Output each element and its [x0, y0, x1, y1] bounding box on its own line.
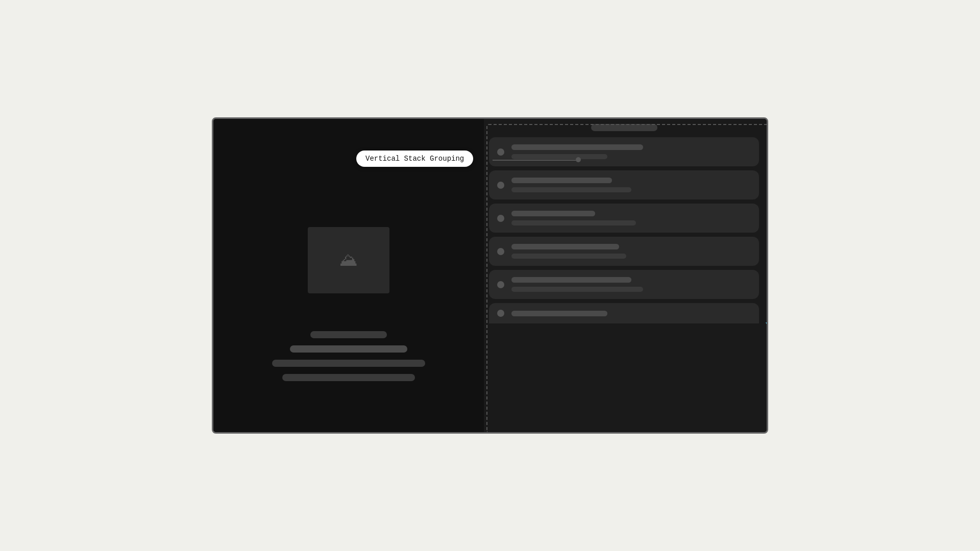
item-bar-bottom: [511, 254, 626, 259]
item-dot: [497, 310, 504, 317]
tooltip-connector-line: [493, 160, 577, 161]
image-icon: ⛰: [339, 249, 358, 271]
right-panel: [484, 119, 767, 432]
list-item: [489, 204, 759, 233]
image-placeholder: ⛰: [308, 227, 389, 293]
list-item: [489, 170, 759, 199]
bar-long2: [282, 374, 415, 381]
top-bar-row: [489, 124, 759, 131]
list-item: [489, 137, 759, 166]
item-dot: [497, 215, 504, 222]
item-bar-bottom: [511, 220, 636, 226]
top-bar: [591, 124, 657, 131]
item-dot: [497, 182, 504, 189]
list-item: [489, 270, 759, 299]
item-bar-top: [511, 211, 595, 216]
item-bar-top: [511, 277, 631, 283]
tooltip-label: Vertical Stack Grouping: [356, 151, 473, 167]
item-dot: [497, 248, 504, 255]
arrow-container: [766, 160, 767, 432]
arrow-head: [766, 322, 767, 331]
item-content: [511, 178, 751, 192]
bar-long: [272, 360, 425, 367]
item-bar-top: [511, 244, 619, 249]
bar-short: [310, 331, 387, 338]
list-item-partial: [489, 303, 759, 323]
list-item: [489, 237, 759, 266]
item-content: [511, 211, 751, 226]
item-bar-top: [511, 144, 643, 150]
tooltip-text: Vertical Stack Grouping: [365, 155, 464, 163]
item-content: [511, 244, 751, 259]
item-bar-bottom: [511, 187, 631, 192]
main-frame: ⛰: [212, 117, 768, 434]
tooltip-connector-dot: [576, 157, 581, 162]
item-content: [511, 311, 751, 316]
item-dot: [497, 148, 504, 156]
left-bars: [239, 331, 458, 381]
item-bar-bottom: [511, 287, 643, 292]
item-bar-bottom: [511, 154, 607, 159]
item-dot: [497, 281, 504, 288]
item-content: [511, 277, 751, 292]
bar-medium: [290, 345, 407, 353]
item-bar-top: [511, 178, 612, 183]
item-content: [511, 144, 751, 159]
item-bar-top: [511, 311, 607, 316]
